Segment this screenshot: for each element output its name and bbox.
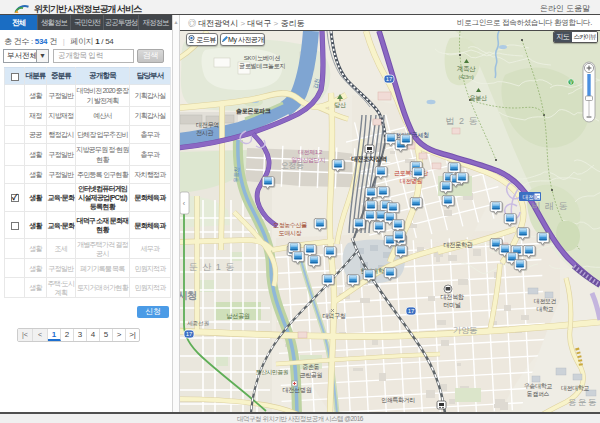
svg-text:IC: IC — [535, 194, 540, 200]
svg-text:시청: 시청 — [180, 290, 197, 301]
svg-text:계족산: 계족산 — [457, 65, 476, 72]
svg-text:대전대학교: 대전대학교 — [561, 385, 589, 391]
svg-text:가양동: 가양동 — [453, 325, 477, 335]
svg-text:둔산시민공원: 둔산시민공원 — [256, 369, 289, 376]
svg-text:SK이노베이션: SK이노베이션 — [244, 54, 281, 61]
svg-text:터미널: 터미널 — [443, 301, 461, 308]
svg-text:대전조차장역: 대전조차장역 — [351, 155, 386, 163]
svg-text:오정동: 오정동 — [281, 161, 304, 170]
svg-text:17: 17 — [186, 331, 193, 337]
svg-text:대전선병원: 대전선병원 — [283, 386, 312, 394]
svg-text:글로벌테크놀로지: 글로벌테크놀로지 — [239, 62, 286, 69]
svg-text:대전문학관: 대전문학관 — [444, 241, 474, 248]
svg-text:(423m): (423m) — [458, 74, 474, 80]
svg-text:용 운 동: 용 운 동 — [568, 397, 596, 407]
svg-text:17: 17 — [408, 308, 415, 314]
svg-text:우송대학교: 우송대학교 — [524, 383, 552, 389]
svg-text:당산: 당산 — [334, 101, 346, 109]
svg-text:V: V — [569, 80, 572, 85]
svg-text:비 래 동: 비 래 동 — [531, 201, 568, 211]
svg-text:대전: 대전 — [523, 194, 535, 200]
svg-text:세종선원: 세종선원 — [187, 320, 209, 326]
svg-text:대전복합: 대전복합 — [440, 293, 464, 300]
svg-text:둔 산 1 동: 둔 산 1 동 — [189, 262, 236, 272]
svg-text:17: 17 — [386, 76, 393, 82]
svg-text:인쇄특화거리: 인쇄특화거리 — [381, 397, 415, 403]
svg-text:도매시장: 도매시장 — [279, 230, 302, 236]
svg-text:전시관: 전시관 — [196, 129, 215, 136]
svg-text:대학교: 대학교 — [537, 306, 554, 312]
svg-text:근린공원: 근린공원 — [300, 372, 323, 379]
svg-text:남선공원: 남선공원 — [226, 312, 249, 320]
svg-text:오정농수산물: 오정농수산물 — [273, 222, 307, 229]
svg-text:중촌동: 중촌동 — [303, 364, 320, 370]
svg-text:대전제1,2: 대전제1,2 — [298, 149, 323, 155]
svg-text:대전보건: 대전보건 — [534, 298, 557, 304]
svg-text:대전무역: 대전무역 — [196, 121, 219, 128]
svg-text:솔로몬로파크: 솔로몬로파크 — [236, 107, 272, 115]
svg-text:응봉산: 응봉산 — [469, 94, 487, 101]
svg-text:대덕구청: 대덕구청 — [322, 312, 345, 320]
svg-text:법 2 동: 법 2 동 — [445, 116, 478, 126]
svg-text:동캠퍼스: 동캠퍼스 — [527, 391, 550, 397]
